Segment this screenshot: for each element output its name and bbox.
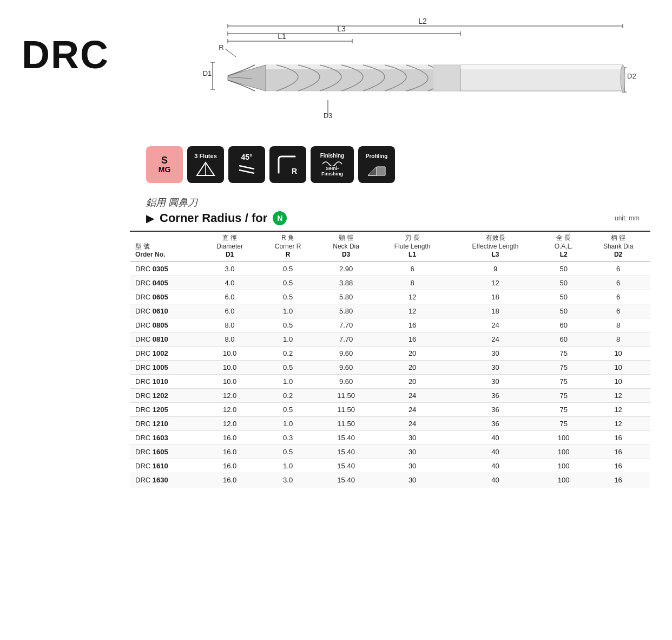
table-row: DRC 06056.00.55.801218506	[130, 290, 650, 304]
table-row: DRC 120212.00.211.5024367512	[130, 388, 650, 402]
cell-order-no: DRC 0610	[130, 304, 201, 318]
badge-profiling: Profiling	[358, 146, 395, 183]
cell-value: 1.0	[259, 304, 317, 318]
cell-value: 75	[541, 346, 586, 360]
order-prefix: DRC	[135, 377, 153, 386]
cell-value: 7.70	[317, 318, 375, 332]
cell-value: 8.0	[201, 332, 259, 346]
header-section: DRC L2 L3 L1 D1 D2	[22, 16, 650, 135]
table-row: DRC 04054.00.53.88812506	[130, 276, 650, 290]
section-subtitle: ▶ Corner Radius / for N unit: mm	[146, 211, 650, 225]
cell-order-no: DRC 0605	[130, 290, 201, 304]
table-row: DRC 160316.00.315.40304010016	[130, 430, 650, 445]
cell-value: 30	[450, 360, 541, 374]
cell-value: 24	[375, 416, 450, 430]
cell-value: 8.0	[201, 318, 259, 332]
finishing-wave-icon	[321, 159, 343, 166]
cell-value: 40	[450, 430, 541, 445]
col-header-d3: 頸 徑 Neck Dia D3	[317, 231, 375, 262]
order-prefix: DRC	[135, 363, 153, 371]
col-header-l3: 有效長 Effective Length L3	[450, 231, 541, 262]
cell-value: 16	[586, 445, 650, 459]
cell-value: 6.0	[201, 304, 259, 318]
cell-value: 5.80	[317, 290, 375, 304]
cell-value: 16	[586, 473, 650, 487]
cell-value: 1.0	[259, 374, 317, 388]
cell-value: 3.88	[317, 276, 375, 290]
cell-value: 10.0	[201, 374, 259, 388]
cell-value: 30	[375, 473, 450, 487]
cell-value: 0.3	[259, 430, 317, 445]
svg-line-31	[239, 170, 254, 173]
table-row: DRC 03053.00.52.9069506	[130, 262, 650, 276]
cell-order-no: DRC 1630	[130, 473, 201, 487]
cell-value: 0.5	[259, 262, 317, 276]
svg-line-30	[239, 166, 254, 169]
table-row: DRC 100210.00.29.6020307510	[130, 346, 650, 360]
cell-value: 15.40	[317, 473, 375, 487]
cell-value: 24	[375, 388, 450, 402]
cell-value: 20	[375, 346, 450, 360]
cell-value: 12	[450, 276, 541, 290]
badge-finishing: Finishing Semi-Finishing	[311, 146, 354, 183]
cell-value: 11.50	[317, 402, 375, 416]
badge-corner-r: R	[269, 146, 306, 183]
cell-value: 36	[450, 416, 541, 430]
col-header-d1: 直 徑 Diameter D1	[201, 231, 259, 262]
badge-angle: 45°	[228, 146, 265, 183]
cell-value: 30	[375, 459, 450, 473]
table-row: DRC 161016.01.015.40304010016	[130, 459, 650, 473]
badge-angle-text: 45°	[241, 153, 252, 161]
cell-order-no: DRC 1603	[130, 430, 201, 445]
order-num: 1205	[153, 406, 168, 414]
cell-value: 6	[586, 304, 650, 318]
cell-value: 11.50	[317, 416, 375, 430]
svg-rect-25	[460, 65, 623, 69]
cell-value: 0.5	[259, 360, 317, 374]
profiling-icon	[366, 161, 387, 177]
cell-value: 50	[541, 290, 586, 304]
cell-value: 30	[450, 374, 541, 388]
cell-value: 6.0	[201, 290, 259, 304]
cell-value: 1.0	[259, 459, 317, 473]
order-num: 0605	[153, 293, 168, 301]
flutes-icon	[196, 160, 215, 177]
cell-value: 16	[586, 430, 650, 445]
svg-line-23	[225, 49, 236, 57]
order-prefix: DRC	[135, 420, 153, 428]
cell-value: 9	[450, 262, 541, 276]
subtitle-text: Corner Radius / for	[160, 211, 267, 225]
cell-value: 8	[586, 318, 650, 332]
cell-value: 12	[586, 402, 650, 416]
cell-value: 75	[541, 374, 586, 388]
order-num: 1202	[153, 391, 168, 400]
badge-smg: S MG	[146, 146, 183, 183]
cell-value: 6	[586, 262, 650, 276]
cell-value: 100	[541, 445, 586, 459]
order-num: 1005	[153, 363, 168, 371]
badge-flutes-text: 3 Flutes	[194, 153, 217, 160]
cell-value: 0.2	[259, 388, 317, 402]
cell-value: 0.5	[259, 276, 317, 290]
angle-icon	[237, 161, 256, 177]
cell-value: 16.0	[201, 445, 259, 459]
cell-value: 12.0	[201, 388, 259, 402]
cell-order-no: DRC 1605	[130, 445, 201, 459]
order-num: 1603	[153, 434, 168, 442]
cell-order-no: DRC 1202	[130, 388, 201, 402]
table-row: DRC 08108.01.07.701624608	[130, 332, 650, 346]
order-num: 1210	[153, 420, 168, 428]
badge-profiling-label: Profiling	[366, 153, 388, 159]
table-header-row: 型 號 Order No. 直 徑 Diameter D1 R 角 Corner…	[130, 231, 650, 262]
badge-flutes: 3 Flutes	[187, 146, 224, 183]
cell-value: 3.0	[259, 473, 317, 487]
cell-value: 12.0	[201, 416, 259, 430]
cell-value: 0.5	[259, 445, 317, 459]
col-header-l2: 全 長 O.A.L. L2	[541, 231, 586, 262]
unit-label: unit: mm	[615, 214, 640, 222]
order-num: 1610	[153, 462, 168, 470]
cell-value: 1.0	[259, 416, 317, 430]
cell-value: 10	[586, 374, 650, 388]
order-prefix: DRC	[135, 406, 153, 414]
cell-value: 100	[541, 459, 586, 473]
